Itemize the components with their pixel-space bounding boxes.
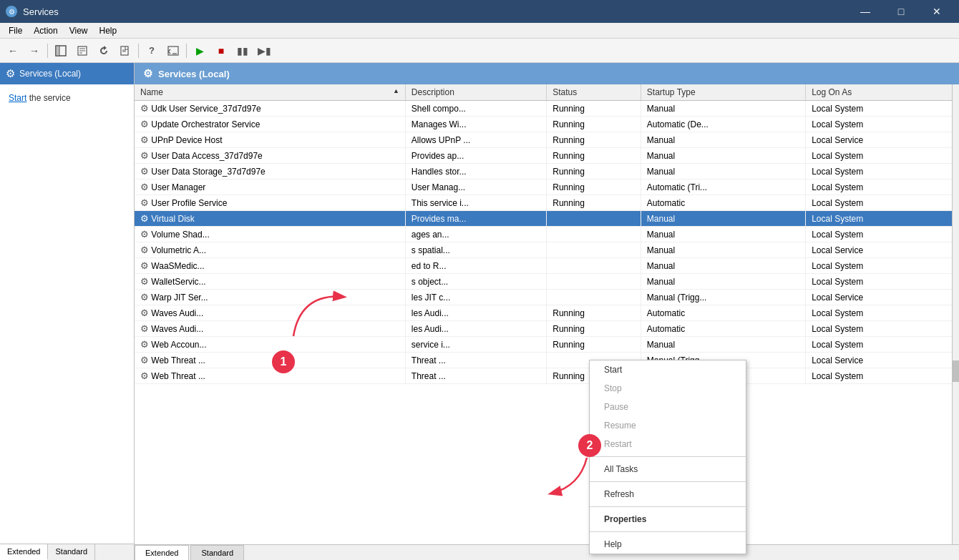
context-menu: StartStopPauseResumeRestartAll TasksRefr… bbox=[589, 360, 746, 554]
close-button[interactable]: ✕ bbox=[920, 0, 953, 23]
table-row[interactable]: ⚙ Web Threat ... Threat ... Running Auto… bbox=[135, 368, 959, 384]
title-bar: ⚙ Services — □ ✕ bbox=[0, 0, 959, 23]
bottom-tab-standard[interactable]: Standard bbox=[190, 545, 244, 560]
annotation-bubble-2: 2 bbox=[578, 434, 601, 457]
annotation-bubble-1: 1 bbox=[272, 350, 295, 373]
table-row[interactable]: ⚙ User Data Storage_37d7d97e Handles sto… bbox=[135, 164, 959, 180]
window-controls: — □ ✕ bbox=[849, 0, 953, 23]
context-menu-item-pause: Pause bbox=[590, 398, 746, 416]
context-menu-item-all-tasks[interactable]: All Tasks bbox=[590, 460, 746, 478]
left-panel-header: ⚙ Services (Local) bbox=[0, 63, 134, 84]
minimize-button[interactable]: — bbox=[849, 0, 882, 23]
context-menu-item-restart: Restart bbox=[590, 435, 746, 453]
left-panel: ⚙ Services (Local) Start the service Ext… bbox=[0, 63, 135, 560]
tab-standard[interactable]: Standard bbox=[48, 544, 95, 560]
table-row[interactable]: ⚙ Waves Audi... les Audi... Running Auto… bbox=[135, 321, 959, 337]
tab-extended[interactable]: Extended bbox=[0, 544, 48, 560]
context-menu-separator bbox=[590, 506, 746, 507]
menu-help[interactable]: Help bbox=[94, 24, 123, 37]
toolbar-console[interactable] bbox=[163, 41, 183, 60]
window-title: Services bbox=[23, 6, 59, 17]
context-menu-item-properties[interactable]: Properties bbox=[590, 510, 746, 529]
table-row[interactable]: ⚙ Web Threat ... Threat ... Manual (Trig… bbox=[135, 353, 959, 368]
context-menu-item-resume: Resume bbox=[590, 416, 746, 435]
context-menu-item-stop: Stop bbox=[590, 379, 746, 398]
left-panel-tabs: Extended Standard bbox=[0, 544, 134, 560]
toolbar-help[interactable]: ? bbox=[142, 41, 162, 60]
toolbar-sep-1 bbox=[47, 44, 48, 58]
scrollbar-track[interactable] bbox=[952, 84, 959, 544]
toolbar-play[interactable]: ▶ bbox=[190, 41, 210, 60]
context-menu-separator bbox=[590, 531, 746, 532]
toolbar-sep-2 bbox=[138, 44, 139, 58]
menu-bar: File Action View Help bbox=[0, 23, 959, 39]
table-row[interactable]: ⚙ Volume Shad... ages an... Manual Local… bbox=[135, 227, 959, 242]
svg-rect-1 bbox=[56, 46, 59, 56]
table-row[interactable]: ⚙ Warp JIT Ser... les JIT c... Manual (T… bbox=[135, 290, 959, 305]
toolbar-refresh[interactable] bbox=[94, 41, 114, 60]
scrollbar-thumb[interactable] bbox=[952, 360, 959, 382]
context-menu-separator bbox=[590, 481, 746, 482]
toolbar-step[interactable]: ▶▮ bbox=[254, 41, 274, 60]
table-row[interactable]: ⚙ User Profile Service This service i...… bbox=[135, 195, 959, 211]
context-menu-item-help[interactable]: Help bbox=[590, 535, 746, 554]
services-scroll-area[interactable]: Name ▲ Description Status Startup Type L… bbox=[135, 84, 959, 544]
col-header-logon: Log On As bbox=[806, 84, 959, 101]
col-header-status: Status bbox=[547, 84, 641, 101]
table-row[interactable]: ⚙ UPnP Device Host Allows UPnP ... Runni… bbox=[135, 132, 959, 148]
col-header-name: Name ▲ bbox=[135, 84, 405, 101]
right-panel-title: Services (Local) bbox=[158, 69, 230, 79]
toolbar-stop[interactable]: ■ bbox=[211, 41, 231, 60]
toolbar-back[interactable]: ← bbox=[3, 41, 23, 60]
menu-file[interactable]: File bbox=[3, 24, 28, 37]
table-row[interactable]: ⚙ Web Accoun... service i... Running Man… bbox=[135, 337, 959, 353]
menu-view[interactable]: View bbox=[64, 24, 94, 37]
toolbar-show-hide[interactable] bbox=[51, 41, 71, 60]
context-menu-item-start[interactable]: Start bbox=[590, 360, 746, 379]
services-table: Name ▲ Description Status Startup Type L… bbox=[135, 84, 959, 384]
context-menu-separator bbox=[590, 456, 746, 457]
table-row[interactable]: ⚙ Waves Audi... les Audi... Running Auto… bbox=[135, 305, 959, 321]
table-row[interactable]: ⚙ User Data Access_37d7d97e Provides ap.… bbox=[135, 148, 959, 164]
table-row[interactable]: ⚙ Virtual Disk Provides ma... Manual Loc… bbox=[135, 211, 959, 227]
svg-rect-6 bbox=[121, 46, 128, 55]
right-panel-header: ⚙ Services (Local) bbox=[135, 63, 959, 84]
table-row[interactable]: ⚙ Volumetric A... s spatial... Manual Lo… bbox=[135, 242, 959, 258]
app-icon: ⚙ bbox=[6, 6, 17, 17]
col-header-startup: Startup Type bbox=[641, 84, 805, 101]
right-panel: ⚙ Services (Local) Name ▲ Description St… bbox=[135, 63, 959, 560]
table-row[interactable]: ⚙ WaaSMedic... ed to R... Manual Local S… bbox=[135, 258, 959, 274]
table-row[interactable]: ⚙ User Manager User Manag... Running Aut… bbox=[135, 180, 959, 195]
table-row[interactable]: ⚙ Udk User Service_37d7d97e Shell compo.… bbox=[135, 101, 959, 117]
start-service-text: the service bbox=[26, 93, 70, 103]
table-row[interactable]: ⚙ Update Orchestrator Service Manages Wi… bbox=[135, 117, 959, 132]
toolbar-export[interactable] bbox=[115, 41, 135, 60]
table-row[interactable]: ⚙ WalletServic... s object... Manual Loc… bbox=[135, 274, 959, 290]
menu-action[interactable]: Action bbox=[28, 24, 63, 37]
start-service-link[interactable]: Start bbox=[9, 93, 26, 103]
col-header-desc: Description bbox=[405, 84, 546, 101]
bottom-tabs: Extended Standard bbox=[135, 544, 959, 560]
bottom-tab-extended[interactable]: Extended bbox=[135, 545, 189, 560]
maximize-button[interactable]: □ bbox=[885, 0, 917, 23]
context-menu-item-refresh[interactable]: Refresh bbox=[590, 485, 746, 503]
left-panel-title: Services (Local) bbox=[19, 69, 81, 79]
toolbar-sep-3 bbox=[186, 44, 187, 58]
main-content: ⚙ Services (Local) Start the service Ext… bbox=[0, 63, 959, 560]
left-panel-body: Start the service bbox=[0, 84, 134, 544]
services-table-wrapper: Name ▲ Description Status Startup Type L… bbox=[135, 84, 959, 544]
toolbar: ← → ? ▶ ■ ▮▮ ▶▮ bbox=[0, 39, 959, 63]
toolbar-pause[interactable]: ▮▮ bbox=[233, 41, 253, 60]
toolbar-forward[interactable]: → bbox=[24, 41, 44, 60]
toolbar-properties[interactable] bbox=[72, 41, 92, 60]
